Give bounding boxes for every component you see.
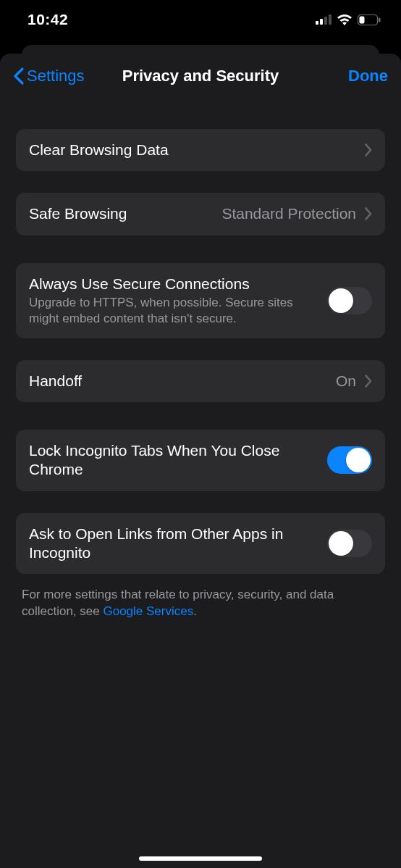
cell-label: Always Use Secure Connections [29,275,318,293]
content: Clear Browsing Data Safe Browsing Standa… [0,99,401,620]
svg-rect-2 [324,17,327,25]
toggle-knob [346,448,371,472]
clear-browsing-data-row[interactable]: Clear Browsing Data [16,129,385,171]
cell-label: Lock Incognito Tabs When You Close Chrom… [29,441,318,480]
chevron-left-icon [13,67,24,85]
chevron-right-icon [365,207,372,220]
svg-rect-5 [360,16,365,23]
cell-label: Safe Browsing [29,204,127,223]
chevron-right-icon [365,143,372,157]
secure-connections-toggle[interactable] [327,287,372,314]
status-time: 10:42 [28,11,68,28]
ask-open-links-row: Ask to Open Links from Other Apps in Inc… [16,513,385,575]
settings-sheet: Settings Privacy and Security Done Clear… [0,54,401,868]
toggle-knob [329,288,353,313]
cell-label: Handoff [29,372,82,391]
status-icons [316,14,381,25]
safe-browsing-row[interactable]: Safe Browsing Standard Protection [16,193,385,235]
cell-label: Clear Browsing Data [29,141,169,159]
cell-value: Standard Protection [221,205,356,222]
secure-connections-row: Always Use Secure Connections Upgrade to… [16,263,385,338]
cell-label: Ask to Open Links from Other Apps in Inc… [29,525,318,563]
toggle-knob [329,531,353,556]
footer-text-after: . [193,604,197,618]
chevron-right-icon [365,375,372,388]
status-bar: 10:42 [0,0,401,39]
battery-icon [358,14,381,25]
lock-incognito-toggle[interactable] [327,446,372,474]
back-button[interactable]: Settings [13,67,85,85]
svg-rect-1 [320,19,323,25]
page-title: Privacy and Security [122,67,279,85]
ask-open-links-toggle[interactable] [327,530,372,557]
footer-text: For more settings that relate to privacy… [16,574,385,620]
cell-subtitle: Upgrade to HTTPS, when possible. Secure … [29,295,318,327]
cellular-icon [316,14,332,25]
svg-rect-0 [316,21,318,25]
nav-bar: Settings Privacy and Security Done [0,54,401,99]
lock-incognito-row: Lock Incognito Tabs When You Close Chrom… [16,430,385,491]
svg-rect-3 [329,14,332,25]
svg-rect-6 [379,17,381,22]
cell-value: On [336,372,356,390]
back-label: Settings [27,67,85,85]
handoff-row[interactable]: Handoff On [16,360,385,402]
wifi-icon [337,14,353,25]
done-button[interactable]: Done [348,67,388,85]
google-services-link[interactable]: Google Services [103,604,193,618]
home-indicator[interactable] [139,856,262,861]
